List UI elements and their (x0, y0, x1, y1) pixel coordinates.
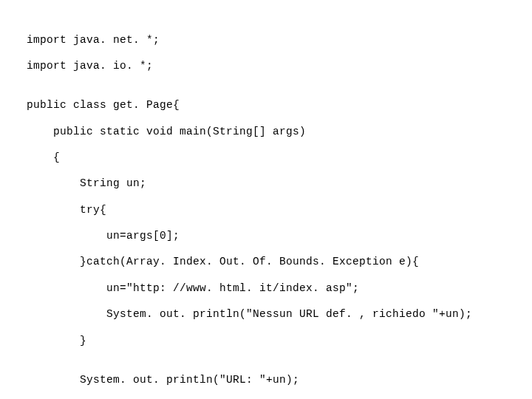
code-line: } (27, 335, 532, 348)
code-block: import java. net. *; import java. io. *;… (0, 0, 532, 399)
code-line: public class get. Page{ (27, 99, 532, 112)
code-line: { (27, 151, 532, 165)
code-line: un="http: //www. html. it/index. asp"; (27, 282, 532, 296)
code-line: public static void main(String[] args) (27, 126, 532, 139)
code-line: String un; (27, 177, 532, 191)
code-line: un=args[0]; (27, 230, 532, 243)
code-line: try{ (27, 204, 532, 217)
code-line: System. out. println("Nessun URL def. , … (27, 308, 532, 321)
code-line: System. out. println("URL: "+un); (27, 374, 532, 387)
code-line: import java. net. *; (27, 34, 532, 47)
code-line: }catch(Array. Index. Out. Of. Bounds. Ex… (27, 256, 532, 269)
code-line: import java. io. *; (27, 60, 532, 73)
